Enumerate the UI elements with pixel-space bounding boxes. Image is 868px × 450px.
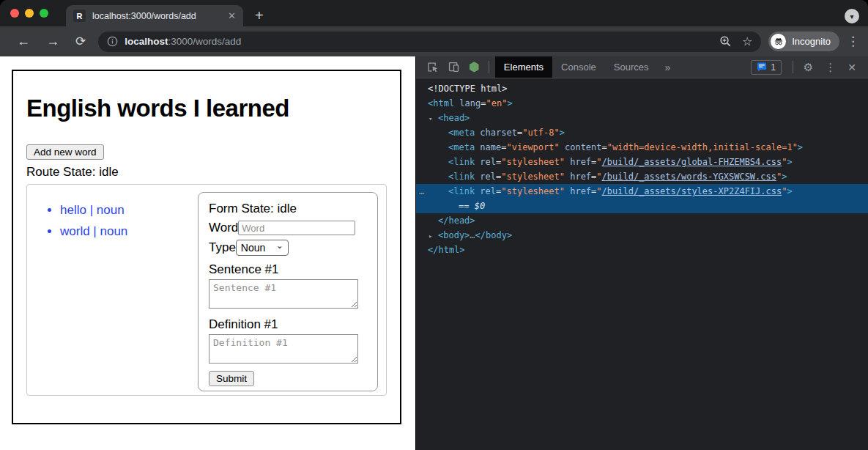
word-link[interactable]: hello | noun xyxy=(60,203,125,217)
devtools-tab-elements[interactable]: Elements xyxy=(495,56,552,78)
zoom-icon[interactable] xyxy=(719,35,732,48)
code-token-eq: = xyxy=(602,142,607,152)
code-token-tag: > xyxy=(560,128,565,138)
devtools-code-line[interactable]: == $0 xyxy=(416,199,868,213)
inspect-element-button[interactable] xyxy=(426,61,439,73)
tab-strip: R localhost:3000/words/add ✕ + ▾ xyxy=(0,0,868,26)
select-caret-icon: ⌄ xyxy=(276,240,283,251)
url-bar[interactable]: localhost:3000/words/add ☆ xyxy=(98,32,761,52)
tree-collapsed-icon[interactable]: ▸ xyxy=(429,229,438,243)
sentence-label: Sentence #1 xyxy=(209,262,367,277)
code-token-link: /build/_assets/words-YGXSWCSW.css xyxy=(602,171,776,182)
window-menu-button[interactable]: ▾ xyxy=(845,9,859,23)
forward-button[interactable]: → xyxy=(46,34,59,49)
code-token-attr: rel xyxy=(475,171,496,182)
tree-expanded-icon[interactable]: ▾ xyxy=(429,111,438,126)
devtools-code-line[interactable]: <!DOCTYPE html> xyxy=(416,81,868,96)
more-tabs-icon[interactable]: » xyxy=(657,56,678,78)
devtools-menu-button[interactable]: ⋮ xyxy=(825,61,836,74)
back-button[interactable]: ← xyxy=(17,34,30,49)
code-token-attr: name xyxy=(475,142,501,152)
issues-count: 1 xyxy=(771,62,776,73)
devtools-close-button[interactable]: ✕ xyxy=(847,62,856,73)
type-select-value: Noun xyxy=(241,242,265,254)
issues-bubble-icon xyxy=(757,62,767,72)
code-token-val: " xyxy=(596,157,601,167)
devtools-tab-sources[interactable]: Sources xyxy=(605,56,658,78)
minimize-window-button[interactable] xyxy=(25,9,34,18)
type-select[interactable]: Noun ⌄ xyxy=(236,240,289,256)
route-state-text: Route State: idle xyxy=(26,165,387,180)
bookmark-star-icon[interactable]: ☆ xyxy=(742,34,752,48)
line-options-icon[interactable]: … xyxy=(419,184,423,199)
code-token-val: " xyxy=(596,186,601,196)
code-token-tag: <html xyxy=(428,98,454,108)
code-token-val: "width=device-width,initial-scale=1" xyxy=(607,142,798,152)
devtools-tab-console[interactable]: Console xyxy=(552,56,605,78)
device-toolbar-button[interactable] xyxy=(448,61,460,73)
toolbar-divider xyxy=(793,61,793,73)
code-token-attr: charset xyxy=(475,128,517,138)
content-area: English words I learned Add new word Rou… xyxy=(0,56,868,450)
devtools-code-line[interactable]: <meta name="viewport" content="width=dev… xyxy=(416,140,868,155)
browser-menu-button[interactable]: ⋮ xyxy=(847,34,859,49)
incognito-icon xyxy=(771,34,786,49)
issues-button[interactable]: 1 xyxy=(751,60,782,75)
code-token-tag: > xyxy=(798,142,803,152)
code-token-attr: href xyxy=(565,171,591,182)
word-input[interactable] xyxy=(238,221,355,235)
devtools-code-line[interactable]: <meta charset="utf-8"> xyxy=(416,125,868,140)
chevron-down-icon: ▾ xyxy=(850,12,853,21)
devtools-toolbar: ⬢ ElementsConsoleSources » 1 ⚙ ⋮ ✕ xyxy=(416,56,868,78)
devtools-code-line[interactable]: ▸<body>…</body> xyxy=(416,228,868,243)
url-text[interactable]: localhost:3000/words/add xyxy=(125,36,241,47)
code-token-attr: href xyxy=(565,186,591,196)
code-token-tag: </body> xyxy=(475,230,513,240)
code-token-val: "utf-8" xyxy=(522,128,560,138)
code-token-dim: … xyxy=(470,230,475,240)
code-token-attr: content xyxy=(560,142,602,152)
extension-hexagon-icon[interactable]: ⬢ xyxy=(469,59,480,75)
code-token-tag: <link xyxy=(448,186,475,196)
code-token-val: "en" xyxy=(486,98,507,108)
devtools-tabs: ElementsConsoleSources xyxy=(495,56,658,78)
url-path: :3000/words/add xyxy=(168,36,242,47)
code-token-tag: > xyxy=(507,98,512,108)
add-word-form: Form State: idle Word Type Noun ⌄ xyxy=(198,192,378,391)
reload-button[interactable]: ⟳ xyxy=(75,34,86,49)
sentence-textarea[interactable] xyxy=(209,279,358,309)
code-token-attr: rel xyxy=(475,186,496,196)
zoom-window-button[interactable] xyxy=(40,9,48,18)
definition-textarea[interactable] xyxy=(209,334,358,364)
devtools-code-line[interactable]: <link rel="stylesheet" href="/build/_ass… xyxy=(416,169,868,184)
word-link[interactable]: world | noun xyxy=(60,224,127,238)
app-container: English words I learned Add new word Rou… xyxy=(12,70,401,424)
settings-gear-button[interactable]: ⚙ xyxy=(804,61,813,74)
page-title: English words I learned xyxy=(26,95,387,122)
devtools-code-line[interactable]: <html lang="en"> xyxy=(416,96,868,111)
code-token-doctype: <!DOCTYPE html> xyxy=(428,84,507,94)
add-new-word-button[interactable]: Add new word xyxy=(26,144,104,160)
code-token-dollar: == $0 xyxy=(459,201,485,211)
url-host: localhost xyxy=(125,36,168,47)
devtools-code-line[interactable]: …<link rel="stylesheet" href="/build/_as… xyxy=(416,184,868,199)
code-token-tag: <meta xyxy=(448,128,475,138)
devtools-code-line[interactable]: ▾<head> xyxy=(416,111,868,125)
devtools-code-line[interactable]: </head> xyxy=(416,213,868,228)
submit-button[interactable]: Submit xyxy=(209,371,254,386)
devtools-code-line[interactable]: </html> xyxy=(416,243,868,257)
info-icon[interactable] xyxy=(107,36,118,47)
dom-tree: <!DOCTYPE html><html lang="en">▾<head><m… xyxy=(416,78,868,257)
definition-label: Definition #1 xyxy=(209,317,367,332)
new-tab-button[interactable]: + xyxy=(255,5,264,26)
browser-tab[interactable]: R localhost:3000/words/add ✕ xyxy=(66,5,243,26)
code-token-attr: lang xyxy=(454,98,481,108)
tab-close-icon[interactable]: ✕ xyxy=(228,10,236,21)
window-controls xyxy=(10,9,48,18)
code-token-link: /build/_assets/styles-XP2Z4FIJ.css xyxy=(602,186,782,196)
devtools-code-line[interactable]: <link rel="stylesheet" href="/build/_ass… xyxy=(416,155,868,169)
code-token-tag: <link xyxy=(448,171,475,182)
close-window-button[interactable] xyxy=(10,9,19,18)
code-token-tag: > xyxy=(787,157,792,167)
incognito-badge: Incognito xyxy=(768,32,839,51)
